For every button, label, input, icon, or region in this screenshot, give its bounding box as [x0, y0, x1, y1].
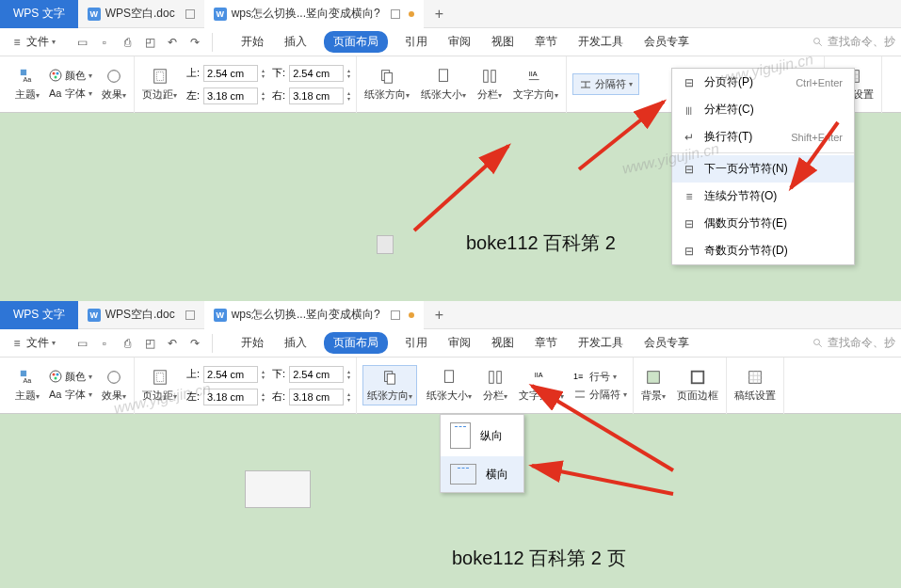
tab-dev[interactable]: 开发工具	[574, 331, 627, 355]
menu-line-break[interactable]: ↵换行符(T)Shift+Enter	[672, 123, 854, 151]
font-button[interactable]: Aa 字体▾	[49, 388, 92, 402]
tab-reference[interactable]: 引用	[401, 331, 431, 355]
breaks-button[interactable]: 分隔符▾	[573, 388, 627, 402]
menu-next-page-section[interactable]: ⊟下一页分节符(N)	[672, 155, 854, 183]
spinner-icon[interactable]: ▴▾	[347, 369, 350, 380]
tab-page-layout[interactable]: 页面布局	[324, 332, 388, 354]
search-input[interactable]: 查找命令、抄	[813, 335, 895, 351]
theme-button[interactable]: Aa主题▾	[13, 65, 41, 103]
tab-restore-icon[interactable]	[185, 310, 195, 320]
line-number-button[interactable]: 1≡行号▾	[573, 370, 627, 384]
spinner-icon[interactable]: ▴▾	[262, 68, 265, 79]
tab-member[interactable]: 会员专享	[640, 30, 693, 54]
svg-rect-40	[692, 372, 704, 384]
file-menu[interactable]: 文件▾	[26, 34, 56, 50]
tab-view[interactable]: 视图	[488, 30, 518, 54]
tab-member[interactable]: 会员专享	[640, 331, 693, 355]
margin-left-input[interactable]	[203, 389, 258, 405]
font-button[interactable]: Aa 字体▾	[49, 87, 92, 101]
tab-restore-icon[interactable]	[391, 310, 400, 320]
tab-review[interactable]: 审阅	[444, 331, 475, 355]
preview-icon[interactable]: ◰	[143, 337, 156, 350]
spinner-icon[interactable]: ▴▾	[262, 90, 265, 102]
tab-doc1[interactable]: W WPS空白.doc	[78, 301, 204, 329]
margin-top-input[interactable]	[203, 366, 258, 383]
orientation-landscape[interactable]: 横向	[441, 456, 523, 492]
color-button[interactable]: 颜色▾	[49, 69, 92, 83]
background-button[interactable]: 背景▾	[639, 366, 668, 405]
text-direction-button[interactable]: IIA文字方向▾	[511, 65, 560, 103]
menu-column-break[interactable]: ⫼分栏符(C)	[672, 96, 854, 123]
new-tab-button[interactable]: +	[424, 6, 455, 23]
menu-odd-page-section[interactable]: ⊟奇数页分节符(D)	[672, 237, 854, 264]
page-margin-button[interactable]: 页边距▾	[140, 366, 179, 405]
tab-doc1[interactable]: W WPS空白.doc	[78, 0, 204, 28]
tab-chapter[interactable]: 章节	[531, 30, 561, 54]
orientation-button[interactable]: 纸张方向▾	[362, 65, 411, 103]
tab-restore-icon[interactable]	[391, 9, 400, 19]
tab-review[interactable]: 审阅	[444, 30, 475, 54]
spinner-icon[interactable]: ▴▾	[347, 68, 350, 79]
open-icon[interactable]: ▭	[75, 337, 88, 350]
menu-page-break[interactable]: ⊟分页符(P)Ctrl+Enter	[672, 69, 854, 96]
file-menu[interactable]: 文件▾	[26, 335, 56, 351]
orientation-portrait[interactable]: 纵向	[441, 415, 523, 456]
tab-insert[interactable]: 插入	[281, 331, 311, 355]
tab-restore-icon[interactable]	[185, 9, 195, 19]
margin-top-input[interactable]	[203, 65, 258, 82]
breaks-button[interactable]: 分隔符▾	[572, 73, 639, 95]
tab-chapter[interactable]: 章节	[531, 331, 561, 355]
paper-size-button[interactable]: 纸张大小▾	[425, 366, 474, 405]
paper-setting-button[interactable]: 稿纸设置	[732, 366, 778, 405]
tab-insert[interactable]: 插入	[281, 30, 311, 54]
redo-icon[interactable]: ↷	[188, 36, 201, 49]
color-button[interactable]: 颜色▾	[49, 370, 92, 384]
undo-icon[interactable]: ↶	[166, 337, 179, 350]
tab-page-layout[interactable]: 页面布局	[324, 31, 388, 53]
tab-doc2[interactable]: W wps怎么切换...竖向变成横向?	[204, 0, 424, 28]
effect-icon	[105, 68, 122, 85]
save-icon[interactable]: ▫	[98, 337, 111, 350]
print-icon[interactable]: ⎙	[121, 337, 134, 350]
menu-even-page-section[interactable]: ⊟偶数页分节符(E)	[672, 210, 854, 237]
spinner-icon[interactable]: ▴▾	[347, 90, 350, 102]
background-icon	[645, 369, 662, 386]
tab-reference[interactable]: 引用	[401, 30, 431, 54]
effect-button[interactable]: 效果▾	[100, 366, 128, 405]
tab-view[interactable]: 视图	[488, 331, 518, 355]
redo-icon[interactable]: ↷	[188, 337, 201, 350]
spinner-icon[interactable]: ▴▾	[262, 369, 265, 380]
print-icon[interactable]: ⎙	[121, 36, 134, 49]
columns-button[interactable]: 分栏▾	[481, 366, 509, 405]
tab-start[interactable]: 开始	[237, 30, 267, 54]
margin-bottom-input[interactable]	[289, 366, 344, 383]
tab-dev[interactable]: 开发工具	[574, 30, 627, 54]
open-icon[interactable]: ▭	[75, 36, 88, 49]
tab-doc2[interactable]: W wps怎么切换...竖向变成横向?	[204, 301, 424, 329]
margin-right-input[interactable]	[289, 389, 344, 405]
spinner-icon[interactable]: ▴▾	[262, 391, 265, 403]
undo-icon[interactable]: ↶	[166, 36, 179, 49]
spinner-icon[interactable]: ▴▾	[347, 391, 350, 403]
orientation-button[interactable]: 纸张方向▾	[362, 365, 417, 405]
theme-button[interactable]: Aa主题▾	[13, 366, 41, 405]
columns-button[interactable]: 分栏▾	[475, 65, 504, 103]
save-icon[interactable]: ▫	[98, 36, 111, 49]
new-tab-button[interactable]: +	[424, 307, 455, 324]
page-border-button[interactable]: 页面边框	[675, 366, 720, 405]
svg-rect-2	[21, 70, 26, 75]
menu-continuous-section[interactable]: ≡连续分节符(O)	[672, 183, 854, 210]
tab-start[interactable]: 开始	[237, 331, 267, 355]
effect-button[interactable]: 效果▾	[100, 65, 128, 103]
page-margin-button[interactable]: 页边距▾	[140, 65, 179, 103]
menu-icon[interactable]: ≡	[10, 36, 24, 49]
search-input[interactable]: 查找命令、抄	[813, 34, 895, 50]
svg-point-4	[50, 70, 61, 81]
preview-icon[interactable]: ◰	[143, 36, 156, 49]
menu-icon[interactable]: ≡	[10, 337, 24, 350]
paper-size-button[interactable]: 纸张大小▾	[419, 65, 468, 103]
margin-bottom-input[interactable]	[289, 65, 344, 82]
text-direction-button[interactable]: IIA文字方向▾	[517, 366, 566, 405]
margin-left-input[interactable]	[203, 87, 258, 104]
margin-right-input[interactable]	[289, 87, 344, 104]
